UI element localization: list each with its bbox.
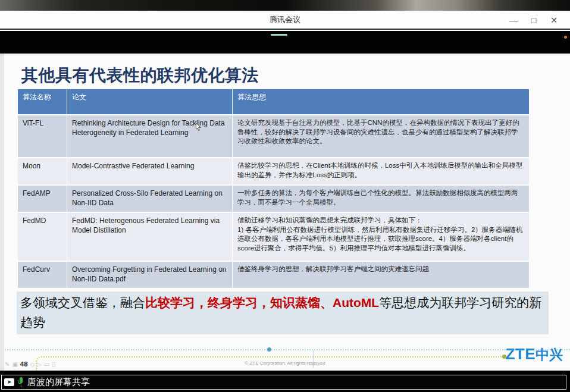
meeting-toolbar-strip	[0, 31, 570, 54]
cell-idea: 借鉴比较学习的思想，在Client本地训练的时候，Loss中引入本地训练后模型的…	[232, 158, 529, 184]
screen-share-icon: ➤	[4, 378, 14, 386]
zte-logo-en: ZTE	[505, 345, 535, 363]
cell-algorithm-name: FedMD	[18, 213, 67, 261]
cell-paper: FedMD: Heterogenous Federated Learning v…	[67, 213, 232, 261]
window-titlebar: 腾讯会议 — □ ✕	[0, 11, 570, 30]
zte-logo: ZTE中兴	[505, 345, 563, 364]
cell-paper: Overcoming Forgetting in Federated Learn…	[67, 262, 232, 288]
minimize-icon[interactable]: —	[503, 11, 524, 30]
table-row: FedCurv Overcoming Forgetting in Federat…	[18, 262, 529, 288]
microphone-icon	[17, 377, 24, 387]
summary-text-normal: 多领域交叉借鉴，融合	[20, 296, 145, 309]
table-row: FedMD FedMD: Heterogenous Federated Lear…	[18, 213, 529, 261]
cell-paper: Model-Contrastive Federated Learning	[67, 158, 232, 184]
share-status-pill[interactable]: ➤ 唐波的屏幕共享	[1, 375, 566, 390]
maximize-icon[interactable]: □	[524, 11, 544, 30]
copyright-text: © ZTE Corporation. All rights reserved	[0, 360, 570, 366]
table-header-row: 算法名称 论文 算法思想	[18, 89, 529, 114]
table-row: Moon Model-Contrastive Federated Learnin…	[18, 158, 529, 184]
header-cell-name: 算法名称	[18, 89, 67, 114]
cell-paper: Personalized Cross-Silo Federated Learni…	[67, 186, 232, 212]
cell-algorithm-name: ViT-FL	[18, 115, 67, 157]
algorithms-table: 算法名称 论文 算法思想 ViT-FL Rethinking Architect…	[18, 89, 529, 289]
cell-algorithm-name: FedCurv	[18, 262, 67, 288]
summary-statement: 多领域交叉借鉴，融合比较学习，终身学习，知识蒸馏、AutoML等思想成为联邦学习…	[17, 291, 549, 334]
desktop-background	[0, 0, 570, 11]
cell-algorithm-name: FedAMP	[18, 186, 67, 212]
slide-left-margin	[0, 54, 4, 371]
summary-text-emphasis: 比较学习，终身学习，知识蒸馏、AutoML	[145, 296, 379, 309]
share-status-label: 唐波的屏幕共享	[27, 377, 90, 388]
zte-logo-cn: 中兴	[535, 347, 563, 362]
cell-algorithm-name: Moon	[18, 158, 67, 184]
toolbar-drag-handle[interactable]	[271, 34, 287, 36]
footer-blue-dot	[267, 347, 271, 352]
shared-slide-area: 其他具有代表性的联邦优化算法 算法名称 论文 算法思想 ViT-FL Rethi…	[0, 54, 570, 371]
cell-paper: Rethinking Architecture Design for Tackl…	[67, 115, 232, 157]
table-row: FedAMP Personalized Cross-Silo Federated…	[18, 186, 529, 212]
close-icon[interactable]: ✕	[544, 11, 564, 30]
header-cell-idea: 算法思想	[232, 89, 529, 114]
app-window: 腾讯会议 — □ ✕ 其他具有代表性的联邦优化算法 算法名称 论文 算法思想 V…	[0, 0, 570, 392]
status-dot-icon	[564, 36, 567, 39]
mouse-cursor-icon	[195, 123, 202, 131]
window-controls: — □ ✕	[503, 11, 564, 30]
cell-idea: 借鉴终身学习的思想，解决联邦学习客户端之间的灾难遗忘问题	[232, 262, 529, 288]
table-row: ViT-FL Rethinking Architecture Design fo…	[18, 115, 529, 157]
slide-title: 其他具有代表性的联邦优化算法	[21, 64, 259, 87]
footer-dotted-line-blue	[5, 349, 570, 350]
cell-idea: 一种多任务的算法，为每个客户端训练自己个性化的模型。算法鼓励数据相似度高的模型两…	[232, 186, 529, 212]
header-cell-paper: 论文	[67, 89, 232, 114]
cell-idea: 借助迁移学习和知识蒸馏的思想来完成联邦学习，具体如下： 1) 各客户端利用公有数…	[232, 213, 529, 261]
cell-idea: 论文研究发现基于自注意力的模型，比基于CNN的模型，在异构数据的情况下表现出了更…	[232, 115, 529, 157]
window-title: 腾讯会议	[270, 14, 300, 25]
screen-share-bar: ➤ 唐波的屏幕共享	[0, 371, 570, 392]
